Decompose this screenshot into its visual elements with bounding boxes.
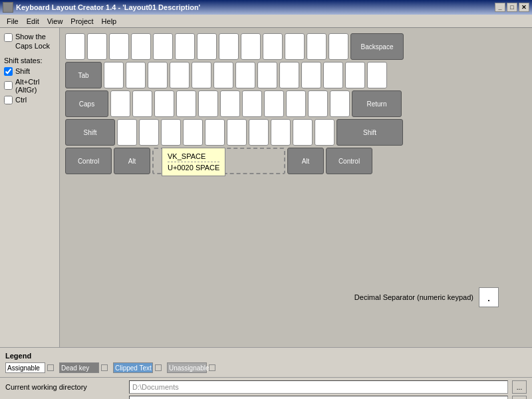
key-a[interactable] <box>110 90 130 117</box>
close-button[interactable]: ✕ <box>519 3 529 12</box>
key-2[interactable] <box>109 33 129 60</box>
key-m[interactable] <box>249 119 269 146</box>
key-quote[interactable] <box>330 90 350 117</box>
key-0[interactable] <box>285 33 305 60</box>
key-k[interactable] <box>264 90 284 117</box>
key-x[interactable] <box>139 119 159 146</box>
menu-help[interactable]: Help <box>98 16 121 27</box>
legend-clipped-dot <box>155 364 162 371</box>
key-r[interactable] <box>170 62 190 88</box>
key-tilde[interactable] <box>65 33 85 60</box>
legend-unassignable-box: Unassignable <box>167 362 207 373</box>
key-y[interactable] <box>213 62 233 88</box>
decimal-separator-area: Decimal Separator (numeric keypad) . <box>354 287 499 307</box>
key-row-4: Shift Shift <box>65 119 527 146</box>
legend-deadkey-box: Dead key <box>59 362 99 373</box>
show-caps-checkbox[interactable] <box>4 33 13 42</box>
key-z[interactable] <box>117 119 137 146</box>
key-u[interactable] <box>235 62 255 88</box>
key-d[interactable] <box>154 90 174 117</box>
show-caps-label: Show the Caps Lock <box>15 32 55 51</box>
legend-assignable-dot <box>47 364 54 371</box>
legend-area: Legend Assignable Dead key Clipped Text … <box>0 347 532 377</box>
working-dir-input[interactable] <box>129 380 508 394</box>
key-w[interactable] <box>126 62 146 88</box>
key-comma[interactable] <box>271 119 291 146</box>
key-i[interactable] <box>257 62 277 88</box>
key-o[interactable] <box>279 62 299 88</box>
key-return[interactable]: Return <box>352 90 402 117</box>
legend-assignable-box: Assignable <box>5 362 45 373</box>
maximize-button[interactable]: □ <box>507 3 517 12</box>
menu-edit[interactable]: Edit <box>23 16 43 27</box>
key-row-1: Backspace <box>65 33 527 60</box>
key-equal[interactable] <box>329 33 348 60</box>
key-9[interactable] <box>263 33 283 60</box>
key-b[interactable] <box>205 119 225 146</box>
menu-bar: File Edit View Project Help <box>0 15 532 28</box>
key-tab[interactable]: Tab <box>65 62 102 88</box>
working-dir-browse[interactable]: ... <box>512 380 527 394</box>
key-e[interactable] <box>148 62 168 88</box>
key-caps[interactable]: Caps <box>65 90 108 117</box>
built-layout-input[interactable] <box>129 396 508 399</box>
key-shift-left[interactable]: Shift <box>65 119 115 146</box>
key-t[interactable] <box>192 62 211 88</box>
minimize-button[interactable]: _ <box>495 3 505 12</box>
key-semicolon[interactable] <box>308 90 328 117</box>
key-7[interactable] <box>219 33 239 60</box>
key-control-right[interactable]: Control <box>326 148 372 174</box>
legend-unassignable: Unassignable <box>167 362 215 373</box>
altctrl-checkbox-row: Alt+Ctrl (AltGr) <box>4 78 55 94</box>
legend-clipped: Clipped Text <box>113 362 162 373</box>
popup-line-2: U+0020 SPACE <box>168 162 219 173</box>
legend-deadkey-label: Dead key <box>61 364 89 372</box>
key-j[interactable] <box>242 90 262 117</box>
key-3[interactable] <box>131 33 151 60</box>
key-5[interactable] <box>175 33 195 60</box>
key-s[interactable] <box>132 90 152 117</box>
key-g[interactable] <box>198 90 218 117</box>
key-minus[interactable] <box>307 33 327 60</box>
key-backslash[interactable] <box>367 62 387 88</box>
key-backspace[interactable]: Backspace <box>350 33 404 60</box>
key-row-5: Control Alt SP VK_SPACE U+0020 SPACE Alt… <box>65 148 527 174</box>
key-v[interactable] <box>183 119 203 146</box>
key-1[interactable] <box>87 33 107 60</box>
menu-project[interactable]: Project <box>66 16 97 27</box>
key-l[interactable] <box>286 90 306 117</box>
key-shift-right[interactable]: Shift <box>336 119 403 146</box>
decimal-sep-label: Decimal Separator (numeric keypad) <box>354 293 473 301</box>
shift-checkbox-row: Shift <box>4 67 55 76</box>
key-alt-right[interactable]: Alt <box>287 148 324 174</box>
key-p[interactable] <box>301 62 321 88</box>
show-caps-row: Show the Caps Lock <box>4 32 55 51</box>
key-control-left[interactable]: Control <box>65 148 112 174</box>
key-alt-left[interactable]: Alt <box>114 148 150 174</box>
decimal-sep-key[interactable]: . <box>479 287 499 307</box>
key-period[interactable] <box>293 119 313 146</box>
key-lbracket[interactable] <box>323 62 343 88</box>
legend-deadkey: Dead key <box>59 362 108 373</box>
key-4[interactable] <box>153 33 173 60</box>
key-c[interactable] <box>161 119 181 146</box>
key-rbracket[interactable] <box>345 62 365 88</box>
key-q[interactable] <box>104 62 124 88</box>
built-layout-row: Built keyboard layout location ... <box>5 396 527 399</box>
altctrl-checkbox[interactable] <box>4 81 13 90</box>
key-h[interactable] <box>220 90 240 117</box>
legend-deadkey-dot <box>101 364 108 371</box>
legend-clipped-label: Clipped Text <box>115 364 152 372</box>
built-layout-browse[interactable]: ... <box>512 396 527 399</box>
ctrl-checkbox[interactable] <box>4 96 13 104</box>
menu-file[interactable]: File <box>3 16 23 27</box>
shift-states-label: Shift states: <box>4 57 55 65</box>
key-6[interactable] <box>197 33 217 60</box>
key-slash[interactable] <box>315 119 334 146</box>
shift-checkbox[interactable] <box>4 67 13 76</box>
menu-view[interactable]: View <box>43 16 67 27</box>
key-8[interactable] <box>241 33 261 60</box>
key-f[interactable] <box>176 90 196 117</box>
key-n[interactable] <box>227 119 247 146</box>
legend-assignable-label: Assignable <box>7 364 40 372</box>
